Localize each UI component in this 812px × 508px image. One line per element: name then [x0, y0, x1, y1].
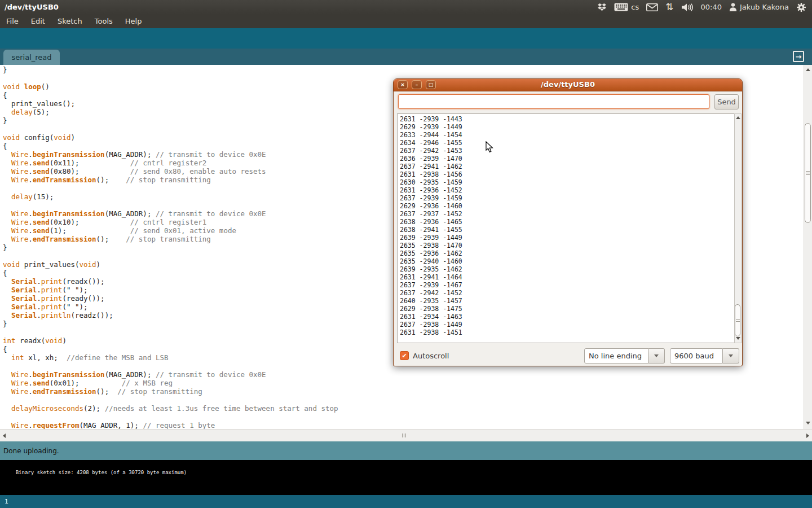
serial-data-line: 2630 -2935 -1459 [400, 178, 734, 186]
menu-item-sketch[interactable]: Sketch [51, 14, 89, 28]
serial-data-line: 2631 -2939 -1443 [400, 115, 734, 123]
user-menu[interactable]: Jakub Kakona [729, 0, 789, 14]
code-line: Wire.send(0x01); // x MSB reg [3, 379, 804, 387]
desktop: /dev/ttyUSB0 cs [0, 0, 812, 508]
toolbar [0, 28, 812, 49]
code-line: } [3, 65, 804, 74]
scroll-up-arrow[interactable] [806, 68, 810, 71]
serial-data-line: 2631 -2938 -1456 [400, 170, 734, 178]
tab-label: serial_read [11, 53, 51, 62]
line-ending-value: No line ending [584, 348, 648, 364]
status-bar: Done uploading. [0, 441, 812, 460]
caret-line-indicator: 1 [0, 495, 812, 508]
serial-data-line: 2639 -2935 -1462 [400, 265, 734, 273]
autoscroll-label: Autoscroll [413, 352, 449, 360]
code-line [3, 396, 804, 404]
serial-data-line: 2635 -2940 -1460 [400, 257, 734, 265]
top-panel: /dev/ttyUSB0 cs [0, 0, 812, 14]
username: Jakub Kakona [740, 3, 789, 11]
code-line: Wire.requestFrom(MAG_ADDR, 1); // reques… [3, 421, 804, 429]
status-message: Done uploading. [3, 447, 59, 455]
code-line: Wire.beginTransmission(MAG_ADDR); // tra… [3, 370, 804, 379]
serial-data-line: 2637 -2941 -1462 [400, 163, 734, 170]
serial-monitor-window: × – □ /dev/ttyUSB0 Send 2631 -2939 -1443… [393, 78, 743, 366]
serial-data-line: 2631 -2936 -1452 [400, 186, 734, 194]
caret-line-number: 1 [5, 498, 8, 505]
serial-vertical-scrollbar[interactable] [734, 113, 742, 343]
volume-icon[interactable] [681, 0, 693, 14]
send-button[interactable]: Send [714, 94, 739, 110]
checkmark-icon: ✔ [401, 352, 407, 360]
scroll-left-arrow[interactable] [3, 433, 6, 438]
serial-monitor-footer: ✔ Autoscroll No line ending 9600 baud [394, 343, 742, 367]
tab-menu-button[interactable]: → [793, 51, 804, 62]
keyboard-layout-indicator[interactable]: cs [614, 0, 639, 14]
serial-scrollbar-thumb[interactable] [735, 304, 740, 336]
clock[interactable]: 00:40 [700, 0, 721, 14]
console-output: Binary sketch size: 4208 bytes (of a 307… [0, 460, 812, 495]
menu-item-tools[interactable]: Tools [89, 14, 119, 28]
system-tray: cs ⇅ 00:40 Jakub K [597, 0, 812, 14]
session-gear-icon[interactable] [796, 0, 806, 14]
serial-scroll-up-arrow[interactable] [736, 116, 740, 119]
dropbox-icon[interactable] [597, 0, 607, 14]
serial-data-line: 2637 -2938 -1449 [400, 321, 734, 329]
serial-data-line: 2637 -2939 -1459 [400, 194, 734, 202]
code-line: Wire.endTransmission(); // stop transmit… [3, 387, 804, 396]
menu-item-help[interactable]: Help [119, 14, 148, 28]
focused-window-title: /dev/ttyUSB0 [0, 3, 59, 11]
code-line: delayMicroseconds(2); //needs at least 1… [3, 404, 804, 413]
serial-data-line: 2633 -2944 -1454 [400, 131, 734, 139]
serial-data-line: 2635 -2938 -1470 [400, 242, 734, 249]
mouse-cursor [486, 141, 493, 153]
thumb-grip [736, 319, 740, 322]
serial-data-line: 2629 -2938 -1475 [400, 305, 734, 313]
baud-rate-value: 9600 baud [670, 348, 723, 364]
serial-data-line: 2638 -2941 -1455 [400, 226, 734, 234]
console-message: Binary sketch size: 4208 bytes (of a 307… [16, 470, 187, 475]
serial-data-line: 2639 -2939 -1449 [400, 234, 734, 242]
thumb-grip [806, 171, 810, 175]
serial-data-line: 2636 -2939 -1470 [400, 155, 734, 163]
tab-serial-read[interactable]: serial_read [3, 50, 60, 65]
chevron-down-icon[interactable] [648, 348, 665, 364]
serial-data-line: 2629 -2939 -1449 [400, 123, 734, 131]
menu-bar: FileEditSketchToolsHelp [0, 14, 812, 28]
serial-scroll-down-arrow[interactable] [736, 337, 740, 340]
serial-data-line: 2634 -2946 -1455 [400, 139, 734, 147]
mail-icon[interactable] [646, 0, 658, 14]
editor-vertical-scrollbar[interactable] [804, 65, 812, 429]
serial-data-line: 2640 -2935 -1457 [400, 297, 734, 305]
hscroll-grip[interactable] [402, 433, 406, 437]
serial-data-line: 2637 -2937 -1452 [400, 210, 734, 218]
serial-data-line: 2637 -2942 -1452 [400, 289, 734, 297]
serial-data-line: 2638 -2936 -1465 [400, 218, 734, 226]
serial-data-line: 2629 -2936 -1460 [400, 202, 734, 210]
tab-menu-arrow-icon: → [796, 52, 802, 61]
tab-bar: serial_read → [0, 49, 812, 65]
keyboard-layout-code: cs [631, 3, 639, 11]
serial-data-line: 2631 -2941 -1464 [400, 273, 734, 281]
scroll-down-arrow[interactable] [806, 422, 810, 424]
sync-arrows-icon[interactable]: ⇅ [665, 0, 673, 14]
serial-data-line: 2637 -2939 -1467 [400, 281, 734, 289]
serial-window-title: /dev/ttyUSB0 [394, 80, 742, 89]
baud-rate-dropdown[interactable]: 9600 baud [670, 348, 739, 364]
serial-data-line: 2631 -2938 -1451 [400, 329, 734, 336]
serial-window-titlebar[interactable]: × – □ /dev/ttyUSB0 [394, 79, 742, 91]
serial-send-input[interactable] [398, 94, 709, 109]
menu-item-edit[interactable]: Edit [25, 14, 51, 28]
serial-input-row: Send [394, 94, 742, 110]
keyboard-icon [614, 3, 628, 11]
menu-item-file[interactable]: File [0, 14, 25, 28]
chevron-down-icon[interactable] [723, 348, 739, 364]
scroll-right-arrow[interactable] [806, 433, 809, 438]
editor-horizontal-scrollbar[interactable] [0, 429, 812, 441]
serial-data-line: 2637 -2942 -1453 [400, 147, 734, 155]
serial-output[interactable]: 2631 -2939 -14432629 -2939 -14492633 -29… [397, 113, 734, 343]
editor-scrollbar-thumb[interactable] [805, 123, 811, 223]
line-ending-dropdown[interactable]: No line ending [584, 348, 665, 364]
user-icon [729, 3, 737, 11]
autoscroll-checkbox[interactable]: ✔ [400, 351, 409, 360]
send-button-label: Send [717, 98, 736, 106]
